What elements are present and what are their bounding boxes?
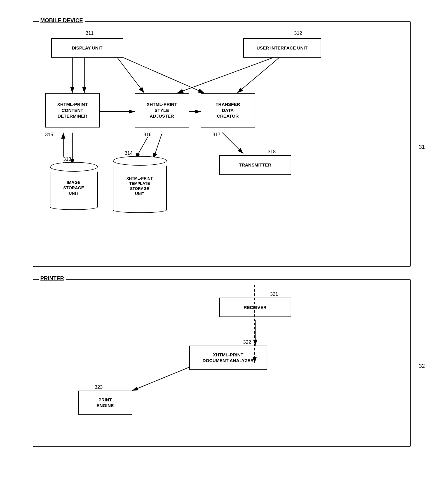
mobile-arrows — [33, 22, 410, 266]
ref-322: 322 — [243, 340, 251, 345]
display-unit-box: DISPLAY UNIT — [51, 38, 123, 58]
xhtml-style-adjuster-box: XHTML-PRINT STYLE ADJUSTER — [135, 93, 189, 128]
print-engine-box: PRINT ENGINE — [78, 391, 132, 415]
svg-line-17 — [132, 367, 189, 391]
xhtml-content-determiner-box: XHTML-PRINT CONTENT DETERMINER — [45, 93, 100, 128]
printer-label: PRINTER — [39, 275, 66, 282]
ref-314: 314 — [125, 151, 133, 156]
svg-line-7 — [177, 58, 273, 93]
ref-313: 313 — [63, 157, 71, 162]
svg-line-14 — [153, 133, 162, 159]
receiver-box: RECEIVER — [219, 298, 291, 317]
ref-31: 31 — [419, 144, 425, 150]
ref-311: 311 — [86, 31, 94, 36]
svg-line-10 — [222, 133, 243, 154]
transmitter-box: TRANSMITTER — [219, 155, 291, 175]
printer-section: PRINTER 32 RECEIVER 321 XHTML-PRINT DOCU… — [33, 279, 411, 447]
xhtml-document-analyzer-box: XHTML-PRINT DOCUMENT ANALYZER — [189, 346, 267, 370]
svg-line-4 — [117, 58, 144, 93]
ref-316: 316 — [144, 132, 152, 137]
user-interface-unit-box: USER INTERFACE UNIT — [243, 38, 321, 58]
ref-317: 317 — [213, 132, 221, 137]
mobile-device-section: MOBILE DEVICE 31 — [33, 21, 411, 267]
ref-312: 312 — [294, 31, 302, 36]
xhtml-template-storage-cylinder: XHTML-PRINT TEMPLATE STORAGE UNIT — [113, 156, 167, 213]
svg-line-5 — [123, 58, 204, 93]
ref-321: 321 — [270, 292, 278, 297]
svg-line-6 — [237, 58, 279, 93]
ref-318: 318 — [268, 149, 276, 154]
image-storage-cylinder: IMAGE STORAGE UNIT — [50, 162, 98, 210]
diagram-container: MOBILE DEVICE 31 — [27, 15, 417, 489]
mobile-device-label: MOBILE DEVICE — [39, 17, 85, 24]
ref-315: 315 — [45, 132, 53, 137]
ref-323: 323 — [95, 385, 103, 390]
transfer-data-creator-box: TRANSFER DATA CREATOR — [201, 93, 255, 128]
ref-32: 32 — [419, 363, 425, 369]
